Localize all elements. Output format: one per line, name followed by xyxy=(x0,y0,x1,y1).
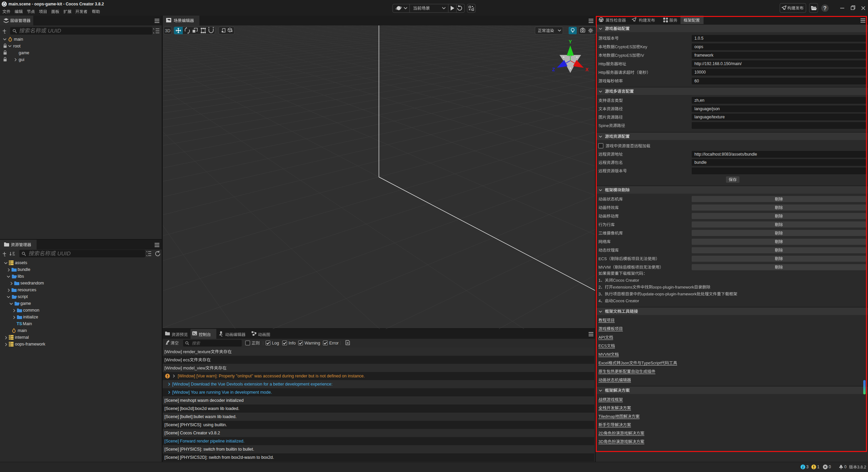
svg-text:Z: Z xyxy=(552,67,555,72)
svg-text:X: X xyxy=(585,67,589,72)
svg-text:Y: Y xyxy=(569,39,572,44)
